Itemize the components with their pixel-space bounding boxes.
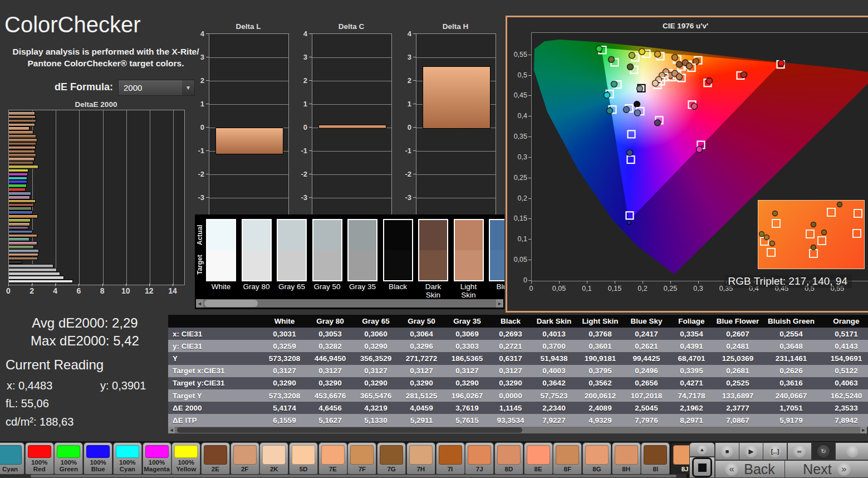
pattern-window-button[interactable] xyxy=(689,457,715,478)
cie-measured-point xyxy=(627,150,633,156)
patch-button-100-magenta[interactable]: 100% Magenta xyxy=(143,442,171,475)
extra-button[interactable] xyxy=(835,442,868,460)
max-de2000: Max dE2000: 5,42 xyxy=(0,333,170,349)
cie-y-tick xyxy=(528,136,531,137)
table-cell: 0,6317 xyxy=(490,354,531,363)
patch-button-8g[interactable]: 8G xyxy=(582,442,611,475)
patch-button-7h[interactable]: 7H xyxy=(406,442,435,475)
inset-measured-point xyxy=(759,232,764,237)
bottom-toolbar: Cyan100% Red100% Green100% Blue100% Cyan… xyxy=(0,441,868,478)
table-cell: 200,0612 xyxy=(577,392,624,400)
x-tick-label: 8 xyxy=(100,286,105,295)
play-button[interactable]: ▶ xyxy=(739,442,763,460)
scroll-right-arrow[interactable]: ► xyxy=(860,427,867,433)
gridline xyxy=(416,57,496,58)
gridline xyxy=(312,57,391,58)
de-bar xyxy=(9,188,26,192)
patch-color-chip xyxy=(57,445,80,458)
table-cell: 4,3219 xyxy=(353,404,399,412)
patch-button-7j[interactable]: 7J xyxy=(465,442,494,475)
avg-de2000: Avg dE2000: 2,29 xyxy=(0,315,170,331)
patch-color-chip xyxy=(116,445,139,458)
gridline xyxy=(312,174,391,175)
scroll-left-arrow[interactable]: ◄ xyxy=(196,299,203,308)
y-tick-label: -3 xyxy=(397,193,411,202)
loop-button[interactable]: ∞ xyxy=(787,442,812,460)
table-cell: 8,2971 xyxy=(669,416,714,425)
patch-color-chip xyxy=(615,445,638,465)
patch-button-100-red[interactable]: 100% Red xyxy=(25,442,54,475)
cie-y-tick-label: 0,35 xyxy=(508,133,527,140)
de-formula-dropdown[interactable]: 2000 ▼ xyxy=(118,80,195,96)
gridline xyxy=(209,104,288,105)
patch-color-chip xyxy=(321,445,345,465)
patch-button-2k[interactable]: 2K xyxy=(259,442,288,475)
scrollbar-thumb[interactable] xyxy=(31,475,676,477)
cie-x-tick xyxy=(670,281,671,284)
y-tick xyxy=(309,33,312,34)
patch-button-8d[interactable]: 8D xyxy=(494,442,523,475)
stop-button[interactable]: ■ xyxy=(715,442,739,460)
patch-button-2f[interactable]: 2F xyxy=(231,442,259,475)
next-button[interactable]: Next» xyxy=(784,460,868,478)
de-bar xyxy=(9,203,34,207)
table-cell: 0,3127 xyxy=(353,367,399,375)
patch-button-8e[interactable]: 8E xyxy=(524,442,553,475)
table-cell: 0,3290 xyxy=(262,379,307,387)
swatch-scrollbar[interactable]: ◄► xyxy=(196,299,503,308)
patch-button-cyan[interactable]: Cyan xyxy=(0,442,24,475)
chevron-right-icon: » xyxy=(837,462,851,476)
de-chart-bars xyxy=(9,111,184,284)
patch-button-8i[interactable]: 8I xyxy=(641,442,670,475)
cie-y-tick xyxy=(528,260,531,260)
patch-button-8f[interactable]: 8F xyxy=(553,442,582,475)
patch-color-chip xyxy=(204,445,227,465)
patch-button-2e[interactable]: 2E xyxy=(201,442,230,475)
patch-button-7f[interactable]: 7F xyxy=(347,442,376,475)
patch-color-chip xyxy=(380,445,403,465)
de-bar xyxy=(9,146,36,150)
y-tick xyxy=(413,104,416,104)
scrollbar-thumb[interactable] xyxy=(204,300,258,307)
y-tick-label: -1 xyxy=(397,147,411,155)
back-button[interactable]: «Back xyxy=(715,460,785,478)
de-bar xyxy=(9,218,31,222)
step-button[interactable]: [‥] xyxy=(763,442,787,460)
pattern-up-button[interactable]: ▲ xyxy=(689,442,715,457)
x-tick-label: 4 xyxy=(53,286,57,295)
delta-chart-title: Delta C xyxy=(312,22,391,31)
patch-button-100-yellow[interactable]: 100% Yellow xyxy=(171,442,200,475)
table-row: Target x:CIE310,31270,31270,31270,31270,… xyxy=(168,365,868,377)
scroll-left-arrow[interactable]: ◄ xyxy=(168,427,175,433)
patch-color-chip xyxy=(292,445,315,465)
scroll-right-arrow[interactable]: ► xyxy=(496,299,503,308)
table-cell: 0,3290 xyxy=(490,379,531,387)
table-cell: 0,4063 xyxy=(821,379,868,387)
patch-button-100-green[interactable]: 100% Green xyxy=(54,442,83,475)
table-cell: 573,3208 xyxy=(262,392,307,400)
patch-button-7i[interactable]: 7I xyxy=(436,442,465,475)
column-header: Gray 65 xyxy=(353,317,399,325)
inset-target-square xyxy=(806,230,814,238)
toolbar-scrollbar[interactable] xyxy=(0,474,686,478)
patch-label: 100% Blue xyxy=(90,459,106,474)
patch-button-5d[interactable]: 5D xyxy=(289,442,318,475)
table-row: Target Y573,3208453,6676365,5476281,5125… xyxy=(168,389,868,402)
patch-label: 8F xyxy=(564,466,571,474)
table-cell: 0,3127 xyxy=(490,367,531,375)
patch-button-7g[interactable]: 7G xyxy=(377,442,406,475)
table-cell: 0,4003 xyxy=(531,367,577,375)
patch-button-100-blue[interactable]: 100% Blue xyxy=(84,442,112,475)
refresh-button[interactable]: ↻ xyxy=(811,442,836,460)
table-cell: 0,3290 xyxy=(353,342,399,350)
gridline xyxy=(416,151,496,152)
patch-button-7e[interactable]: 7E xyxy=(318,442,347,475)
y-tick-label: 3 xyxy=(293,53,307,61)
y-tick-label: 1 xyxy=(190,100,204,108)
scrollbar-thumb[interactable] xyxy=(177,427,522,433)
patch-label: 7E xyxy=(329,466,337,474)
patch-button-100-cyan[interactable]: 100% Cyan xyxy=(113,442,142,475)
patch-button-8h[interactable]: 8H xyxy=(612,442,641,475)
table-scrollbar[interactable]: ◄► xyxy=(168,427,867,433)
cie-measured-point xyxy=(692,103,698,109)
